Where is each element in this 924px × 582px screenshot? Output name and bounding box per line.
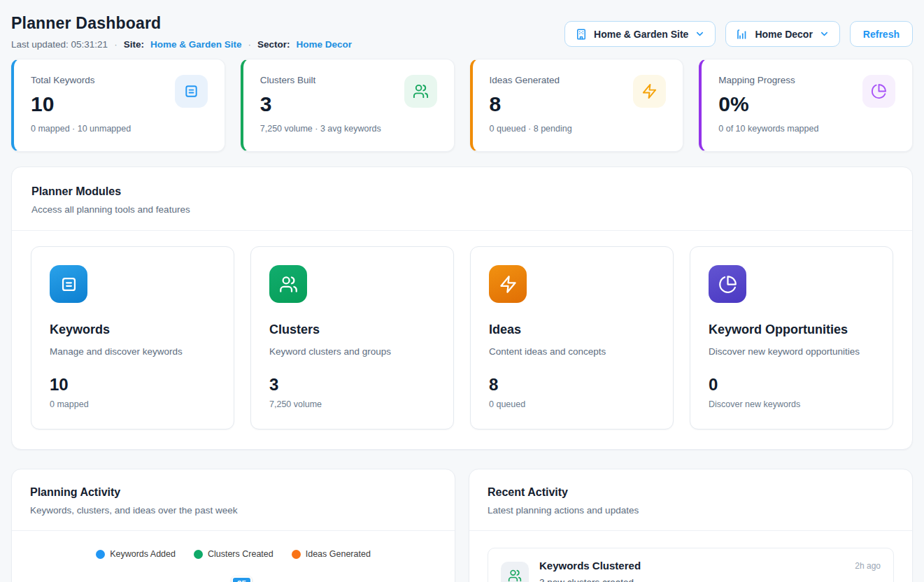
legend-label: Ideas Generated bbox=[306, 549, 371, 559]
planning-activity-subtitle: Keywords, clusters, and ideas over the p… bbox=[30, 505, 436, 516]
module-value: 3 bbox=[269, 375, 435, 395]
sector-selector-button[interactable]: Home Decor bbox=[725, 21, 839, 47]
module-desc: Content ideas and concepts bbox=[489, 346, 655, 357]
chart-legend: Keywords Added Clusters Created Ideas Ge… bbox=[12, 549, 455, 559]
legend-item-ideas-generated: Ideas Generated bbox=[292, 549, 371, 559]
page-header: Planner Dashboard Last updated: 05:31:21… bbox=[11, 14, 913, 50]
users-icon bbox=[501, 562, 529, 582]
module-title: Ideas bbox=[489, 322, 655, 337]
legend-label: Keywords Added bbox=[110, 549, 176, 559]
module-desc: Keyword clusters and groups bbox=[269, 346, 435, 357]
module-value: 10 bbox=[50, 375, 215, 395]
stat-sub: 7,250 volume · 3 avg keywords bbox=[260, 124, 437, 134]
file-text-icon bbox=[50, 265, 87, 303]
meta-separator: · bbox=[114, 39, 118, 50]
pie-chart-icon bbox=[709, 265, 746, 303]
activity-desc: 3 new clusters created bbox=[539, 577, 844, 582]
stat-sub: 0 of 10 keywords mapped bbox=[718, 124, 895, 134]
module-title: Keyword Opportunities bbox=[709, 322, 874, 337]
planning-activity-panel: Planning Activity Keywords, clusters, an… bbox=[11, 469, 455, 582]
stat-card-mapping-progress: Mapping Progress 0% 0 of 10 keywords map… bbox=[699, 59, 913, 152]
chevron-down-icon bbox=[819, 29, 830, 39]
planning-activity-chart: Keywords Added Clusters Created Ideas Ge… bbox=[12, 531, 455, 582]
zap-icon bbox=[489, 265, 527, 303]
meta-separator: · bbox=[248, 39, 251, 50]
module-sub: 0 queued bbox=[489, 399, 655, 409]
module-sub: 7,250 volume bbox=[269, 399, 435, 409]
module-value: 8 bbox=[489, 375, 655, 395]
modules-panel-title: Planner Modules bbox=[31, 185, 893, 198]
legend-label: Clusters Created bbox=[208, 549, 273, 559]
site-label: Site: bbox=[124, 39, 144, 50]
sector-label: Sector: bbox=[257, 39, 290, 50]
recent-activity-header: Recent Activity Latest planning actions … bbox=[469, 469, 912, 531]
module-card-clusters[interactable]: Clusters Keyword clusters and groups 3 7… bbox=[250, 246, 454, 430]
chevron-down-icon bbox=[695, 29, 705, 39]
stats-row: Total Keywords 10 0 mapped · 10 unmapped… bbox=[11, 59, 913, 152]
activity-content: Keywords Clustered 3 new clusters create… bbox=[539, 560, 844, 582]
module-sub: Discover new keywords bbox=[709, 399, 874, 409]
module-card-keyword-opportunities[interactable]: Keyword Opportunities Discover new keywo… bbox=[690, 246, 893, 430]
zap-icon bbox=[633, 75, 666, 108]
module-desc: Manage and discover keywords bbox=[50, 346, 215, 357]
page-header-left: Planner Dashboard Last updated: 05:31:21… bbox=[11, 14, 352, 50]
stat-card-ideas-generated: Ideas Generated 8 0 queued · 8 pending bbox=[470, 59, 684, 152]
sector-link[interactable]: Home Decor bbox=[296, 39, 352, 50]
stat-card-total-keywords: Total Keywords 10 0 mapped · 10 unmapped bbox=[11, 59, 225, 152]
users-icon bbox=[269, 265, 307, 303]
legend-item-keywords-added: Keywords Added bbox=[96, 549, 176, 559]
module-sub: 0 mapped bbox=[50, 399, 215, 409]
page-meta: Last updated: 05:31:21 · Site: Home & Ga… bbox=[11, 39, 352, 50]
recent-activity-subtitle: Latest planning actions and updates bbox=[488, 505, 894, 516]
planning-activity-title: Planning Activity bbox=[30, 486, 436, 499]
planning-activity-header: Planning Activity Keywords, clusters, an… bbox=[12, 469, 455, 531]
planner-modules-panel: Planner Modules Access all planning tool… bbox=[11, 166, 913, 450]
sector-selector-label: Home Decor bbox=[755, 29, 812, 40]
refresh-button[interactable]: Refresh bbox=[850, 21, 913, 47]
users-icon bbox=[404, 75, 437, 108]
stat-sub: 0 mapped · 10 unmapped bbox=[31, 124, 208, 134]
bottom-row: Planning Activity Keywords, clusters, an… bbox=[11, 469, 913, 582]
activity-list: Keywords Clustered 3 new clusters create… bbox=[469, 531, 912, 582]
stat-sub: 0 queued · 8 pending bbox=[490, 124, 667, 134]
activity-title: Keywords Clustered bbox=[539, 560, 844, 572]
legend-item-clusters-created: Clusters Created bbox=[194, 549, 273, 559]
file-text-icon bbox=[175, 75, 208, 108]
legend-dot-orange bbox=[292, 550, 301, 559]
recent-activity-title: Recent Activity bbox=[488, 486, 894, 499]
building-icon bbox=[575, 28, 588, 41]
legend-dot-blue bbox=[96, 550, 105, 559]
site-selector-label: Home & Garden Site bbox=[594, 29, 688, 40]
module-value: 0 bbox=[709, 375, 874, 395]
pie-chart-icon bbox=[862, 75, 895, 108]
modules-panel-header: Planner Modules Access all planning tool… bbox=[12, 167, 912, 231]
site-selector-button[interactable]: Home & Garden Site bbox=[564, 21, 716, 47]
recent-activity-panel: Recent Activity Latest planning actions … bbox=[469, 469, 913, 582]
module-title: Clusters bbox=[269, 322, 435, 337]
legend-dot-green bbox=[194, 550, 203, 559]
last-updated-text: Last updated: 05:31:21 bbox=[11, 39, 108, 50]
activity-item-keywords-clustered[interactable]: Keywords Clustered 3 new clusters create… bbox=[488, 548, 894, 582]
activity-time: 2h ago bbox=[855, 561, 881, 571]
module-card-keywords[interactable]: Keywords Manage and discover keywords 10… bbox=[31, 246, 234, 430]
modules-grid: Keywords Manage and discover keywords 10… bbox=[12, 231, 912, 449]
module-card-ideas[interactable]: Ideas Content ideas and concepts 8 0 que… bbox=[470, 246, 674, 430]
modules-panel-subtitle: Access all planning tools and features bbox=[31, 204, 893, 215]
chart-point-label: 25 bbox=[232, 576, 252, 582]
module-desc: Discover new keyword opportunities bbox=[709, 346, 874, 357]
stat-card-clusters-built: Clusters Built 3 7,250 volume · 3 avg ke… bbox=[241, 59, 455, 152]
planner-dashboard-page: Planner Dashboard Last updated: 05:31:21… bbox=[0, 0, 924, 582]
site-link[interactable]: Home & Garden Site bbox=[150, 39, 242, 50]
bar-chart-icon bbox=[736, 28, 748, 41]
page-header-actions: Home & Garden Site Home Decor Refresh bbox=[564, 21, 913, 47]
page-title: Planner Dashboard bbox=[11, 14, 352, 33]
module-title: Keywords bbox=[50, 322, 215, 337]
